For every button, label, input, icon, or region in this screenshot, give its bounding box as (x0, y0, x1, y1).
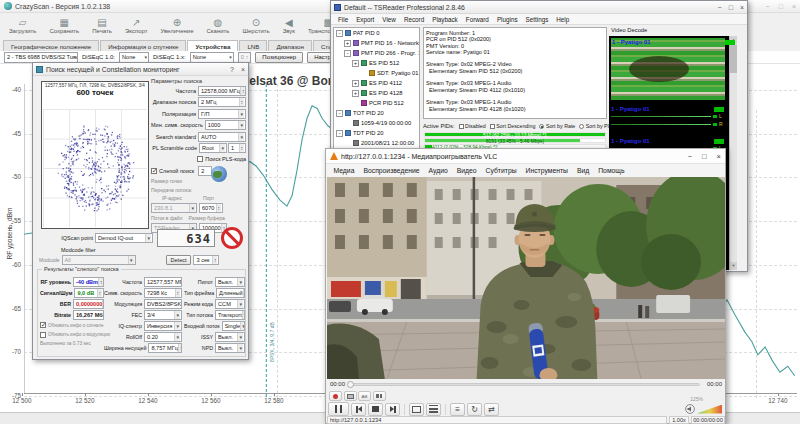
tree-expander-icon[interactable]: + (344, 40, 351, 47)
menu-item[interactable]: File (334, 16, 352, 23)
chevron-down-icon[interactable]: ▾ (240, 322, 245, 330)
chevron-down-icon[interactable]: ▾ (219, 144, 225, 152)
chevron-down-icon[interactable]: ▾ (237, 300, 243, 308)
option-mark-icon[interactable] (579, 124, 584, 129)
menu-item[interactable]: Playback (428, 16, 462, 23)
tab[interactable]: Диапазон (268, 40, 311, 51)
chevron-down-icon[interactable]: ▾ (145, 234, 151, 242)
menu-item[interactable]: Аудио (424, 167, 452, 174)
result-field[interactable]: 0.20▾ (144, 332, 182, 342)
result-field[interactable]: 12577,557 МГц↕ (144, 277, 182, 287)
toolbar-button[interactable]: ▤ Печать (87, 16, 117, 35)
field-adorner-icon[interactable]: ▾ (181, 300, 182, 308)
toolbar-button[interactable]: ⊕ Увеличение (155, 16, 198, 35)
menu-item[interactable]: Settings (522, 16, 553, 23)
position-stepper[interactable]: 0↕ (238, 52, 252, 63)
tree-node[interactable]: 2001/08/21 12:00:00 (334, 138, 419, 148)
playback-rate[interactable]: 1.00x (669, 416, 689, 424)
stop-button[interactable] (368, 403, 383, 416)
param-field[interactable]: 12578,000 МГц↕ (198, 86, 246, 96)
result-select[interactable]: Длинный▾ (216, 288, 245, 298)
menu-item[interactable]: Видео (452, 167, 481, 174)
seek-knob[interactable] (347, 381, 354, 388)
menu-item[interactable]: Вид (572, 167, 593, 174)
chevron-down-icon[interactable]: ▾ (243, 289, 245, 297)
close-icon[interactable]: × (241, 66, 245, 73)
field-adorner-icon[interactable]: ↕ (240, 87, 246, 95)
tree-expander-icon[interactable]: - (336, 30, 343, 37)
tree-node[interactable]: - PMT PID 266 - Progr. 1 (334, 48, 419, 58)
menu-item[interactable]: Воспроизведение (359, 167, 424, 174)
vlc-video-area[interactable] (327, 177, 725, 379)
refresh-signal-checkbox[interactable] (40, 322, 46, 328)
detect-interval-stepper[interactable]: 3 сек↕ (193, 255, 219, 265)
field-adorner-icon[interactable]: ▾ (238, 133, 244, 141)
tab[interactable]: Информация о спутнике (100, 40, 186, 51)
tree-expander-icon[interactable]: + (352, 90, 359, 97)
tree-expander-icon[interactable]: + (352, 80, 359, 87)
chevron-down-icon[interactable]: ▾ (237, 278, 243, 286)
tree-node[interactable]: + ES PID 512 (334, 58, 419, 68)
toolbar-button[interactable]: ↗ Экспорт (120, 16, 153, 35)
tree-expander-icon[interactable]: - (344, 50, 351, 57)
scroll-down-icon[interactable]: ▼ (730, 262, 737, 270)
toolbar-button[interactable]: ⊙ Шерстить (237, 16, 274, 35)
extended-settings-button[interactable] (426, 403, 441, 416)
tree-node[interactable]: SDT: Pyatigo 01 (334, 68, 419, 78)
volume-slider[interactable] (697, 405, 722, 414)
maximize-icon[interactable]: □ (779, 3, 783, 10)
option-mark-icon[interactable] (539, 124, 544, 129)
toolbar-button[interactable]: ◀ Звук (278, 16, 300, 35)
diseqc10-select[interactable]: None (119, 52, 149, 63)
port-stepper[interactable]: 6070↕ (199, 203, 223, 213)
active-pids-option[interactable]: Disabled (459, 123, 486, 129)
param-field[interactable]: 1000▾ (205, 120, 246, 130)
tuner-select[interactable]: 2 - TBS 6988 DVBS/S2 Tuner 0 (4, 52, 78, 63)
menu-item[interactable]: Инструменты (521, 167, 572, 174)
toolbar-button[interactable]: ▱ Загрузить (4, 16, 41, 35)
help-icon[interactable]: ? (230, 66, 234, 73)
close-icon[interactable]: × (740, 4, 744, 11)
field-adorner-icon[interactable]: ▾ (174, 333, 180, 341)
spinner-icon[interactable]: ↕ (239, 144, 245, 152)
toolbar-button[interactable]: ◍ Сканить (202, 16, 235, 35)
minimize-icon[interactable]: − (688, 152, 692, 161)
result-field[interactable]: 7298 Кс↕ (144, 288, 182, 298)
active-pids-option[interactable]: Sort Descending (490, 123, 536, 129)
snapshot-button[interactable] (344, 391, 357, 401)
ip-address-field[interactable]: 230.8.1▾ (151, 203, 197, 213)
blind-search-checkbox[interactable] (151, 168, 157, 174)
scrollbar[interactable]: ▲ ▼ (729, 36, 737, 270)
result-field[interactable]: 3/4▾ (144, 310, 182, 320)
spinner-icon[interactable]: ↕ (212, 256, 218, 264)
tree-expander-icon[interactable]: - (336, 110, 343, 117)
result-select[interactable]: Выкл.▾ (215, 277, 245, 287)
menu-item[interactable]: Help (552, 16, 573, 23)
result-field[interactable]: 8,757 МГц↕ (148, 343, 182, 353)
result-select[interactable]: Выкл.▾ (215, 332, 245, 342)
modcode-select[interactable]: All▾ (62, 255, 136, 265)
result-select[interactable]: Transport▾ (215, 310, 245, 320)
frame-by-frame-button[interactable] (373, 391, 386, 401)
next-button[interactable] (385, 403, 400, 416)
detect-button[interactable]: Detect (166, 255, 192, 265)
option-mark-icon[interactable] (490, 124, 495, 129)
chevron-down-icon[interactable]: ▾ (237, 333, 243, 341)
menu-item[interactable]: Субтитры (481, 167, 521, 174)
tab[interactable]: LNB (239, 40, 267, 51)
shuffle-button[interactable]: ⇄ (484, 403, 499, 416)
menu-item[interactable]: Plugins (493, 16, 522, 23)
toolbar-button[interactable]: ▦ Сохранить (44, 16, 84, 35)
result-select[interactable]: Выкл.▾ (215, 343, 245, 353)
diseqc1x-select[interactable]: None (190, 52, 234, 63)
tree-node[interactable]: - PAT PID 0 (334, 28, 419, 38)
minimize-icon[interactable]: − (766, 3, 770, 10)
field-adorner-icon[interactable]: ▾ (174, 311, 180, 319)
tree-node[interactable]: - TDT PID 20 (334, 128, 419, 138)
playlist-button[interactable]: ≡ (450, 403, 465, 416)
spinner-icon[interactable]: ↕ (216, 204, 222, 212)
tree-node[interactable]: + ES PID 4112 (334, 78, 419, 88)
result-field[interactable]: DVBS2/8PSK▾ (144, 299, 182, 309)
tree-node[interactable]: + ES PID 4128 (334, 88, 419, 98)
record-button[interactable] (329, 391, 342, 401)
